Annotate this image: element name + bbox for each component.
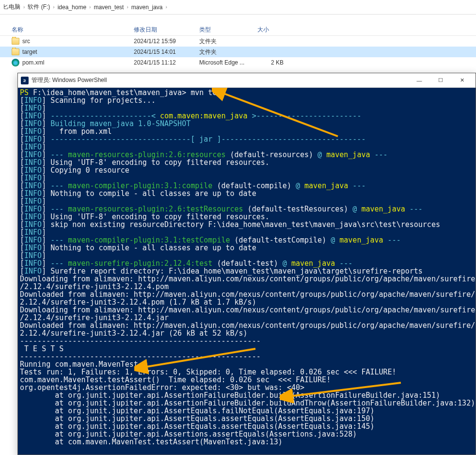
terminal-line: at org.junit.jupiter.api.AssertEquals.as…: [20, 415, 474, 422]
file-type: Microsoft Edge ...: [196, 58, 254, 67]
terminal-line: at org.junit.jupiter.api.AssertionFailur…: [20, 391, 474, 399]
terminal-line: Downloaded from alimaven: http://maven.a…: [20, 322, 474, 329]
col-date[interactable]: 修改日期: [131, 24, 196, 36]
terminal-line: [INFO]: [20, 174, 474, 182]
chevron-right-icon: ›: [22, 4, 26, 10]
terminal-output[interactable]: PS F:\idea_home\maven_test\maven_java> m…: [18, 88, 476, 455]
col-name[interactable]: 名称: [0, 24, 131, 36]
terminal-line: [INFO]: [20, 104, 474, 112]
window-title: 管理员: Windows PowerShell: [32, 76, 107, 84]
terminal-line: [INFO] Building maven_java 1.0-SNAPSHOT: [20, 120, 474, 128]
terminal-line: Tests run: 1, Failures: 1, Errors: 0, Sk…: [20, 368, 474, 376]
breadcrumb-item[interactable]: 匕电脑: [1, 3, 22, 11]
file-row[interactable]: target2024/1/15 14:01文件夹: [0, 47, 476, 57]
terminal-line: 2.12.4/surefire-junit3-2.12.4.jar (26 kB…: [20, 329, 474, 337]
file-date: 2024/1/12 15:59: [131, 37, 196, 46]
window-titlebar[interactable]: ≥ 管理员: Windows PowerShell — ☐ ✕: [18, 73, 476, 88]
terminal-line: [INFO]: [20, 252, 474, 260]
terminal-line: [INFO] Surefire report directory: F:\ide…: [20, 267, 474, 275]
terminal-line: at org.junit.jupiter.api.AssertEquals.as…: [20, 422, 474, 430]
powershell-window: ≥ 管理员: Windows PowerShell — ☐ ✕ PS F:\id…: [17, 73, 476, 455]
terminal-line: [INFO] --- maven-resources-plugin:2.6:re…: [20, 151, 474, 159]
terminal-line: [INFO] --- maven-compiler-plugin:3.1:com…: [20, 182, 474, 190]
file-type: 文件夹: [196, 47, 254, 57]
terminal-line: [INFO] skip non existing resourceDirecto…: [20, 221, 474, 228]
terminal-line: [INFO] Nothing to compile - all classes …: [20, 190, 474, 197]
terminal-line: [INFO] from pom.xml: [20, 128, 474, 135]
file-size: [254, 51, 293, 53]
terminal-line: [INFO]: [20, 197, 474, 205]
terminal-line: [INFO] Scanning for projects...: [20, 97, 474, 104]
col-type[interactable]: 类型: [196, 24, 254, 36]
close-button[interactable]: ✕: [451, 74, 473, 87]
file-row[interactable]: pom.xml2024/1/15 11:12Microsoft Edge ...…: [0, 57, 476, 68]
terminal-line: org.opentest4j.AssertionFailedError: exp…: [20, 384, 474, 391]
breadcrumb-bar: 匕电脑 › 软件 (F:) › idea_home › maven_test ›…: [0, 0, 476, 15]
folder-icon: [12, 38, 19, 45]
file-column-header: 名称 修改日期 类型 大小: [0, 15, 476, 36]
breadcrumb-item[interactable]: idea_home: [56, 4, 88, 11]
terminal-line: [INFO] Using 'UTF-8' encoding to copy fi…: [20, 213, 474, 221]
terminal-line: [INFO] -----------------------< com.mave…: [20, 112, 474, 120]
terminal-line: Downloaded from alimaven: http://maven.a…: [20, 291, 474, 298]
terminal-line: Downloading from alimaven: http://maven.…: [20, 275, 474, 283]
terminal-line: [INFO] Nothing to compile - all classes …: [20, 244, 474, 252]
terminal-line: ----------------------------------------…: [20, 353, 474, 360]
terminal-line: 2.12.4/surefire-junit3-2.12.4.pom (1.7 k…: [20, 298, 474, 306]
file-list: src2024/1/12 15:59文件夹target2024/1/15 14:…: [0, 36, 476, 68]
terminal-line: [INFO] --- maven-resources-plugin:2.6:te…: [20, 205, 474, 213]
edge-icon: [12, 59, 19, 66]
file-name: src: [22, 38, 30, 45]
terminal-line: at org.junit.jupiter.api.AssertionFailur…: [20, 399, 474, 407]
file-size: 2 KB: [254, 58, 293, 67]
terminal-line: [INFO] Using 'UTF-8' encoding to copy fi…: [20, 159, 474, 166]
terminal-line: /2.12.4/surefire-junit3-2.12.4.jar: [20, 314, 474, 322]
terminal-line: /2.12.4/surefire-junit3-2.12.4.pom: [20, 283, 474, 291]
chevron-right-icon: ›: [165, 4, 168, 10]
terminal-line: [INFO] Copying 0 resource: [20, 166, 474, 174]
terminal-line: at org.junit.jupiter.api.Assertions.asse…: [20, 430, 474, 438]
terminal-line: [INFO]: [20, 228, 474, 236]
file-date: 2024/1/15 11:12: [131, 58, 196, 67]
chevron-right-icon: ›: [88, 4, 92, 10]
terminal-line: [INFO] --- maven-surefire-plugin:2.12.4:…: [20, 260, 474, 267]
powershell-icon: ≥: [21, 77, 29, 84]
terminal-line: ----------------------------------------…: [20, 337, 474, 345]
file-name: target: [22, 49, 37, 55]
breadcrumb-item[interactable]: maven_java: [129, 4, 165, 11]
terminal-line: [INFO]: [20, 143, 474, 151]
terminal-line: Downloading from alimaven: http://maven.…: [20, 306, 474, 314]
terminal-line: com.maven.MavenTest.testAssert() Time el…: [20, 376, 474, 384]
terminal-line: [INFO] --- maven-compiler-plugin:3.1:tes…: [20, 236, 474, 244]
breadcrumb-item[interactable]: 软件 (F:): [26, 3, 52, 11]
breadcrumb-item[interactable]: maven_test: [92, 4, 126, 11]
chevron-right-icon: ›: [126, 4, 129, 10]
terminal-line: at com.maven.MavenTest.testAssert(MavenT…: [20, 438, 474, 446]
maximize-button[interactable]: ☐: [430, 74, 451, 87]
terminal-line: T E S T S: [20, 345, 474, 353]
file-size: [254, 40, 293, 42]
folder-icon: [12, 49, 19, 55]
terminal-line: at org.junit.jupiter.api.AssertEquals.fa…: [20, 407, 474, 415]
chevron-right-icon: ›: [52, 4, 55, 10]
file-row[interactable]: src2024/1/12 15:59文件夹: [0, 36, 476, 47]
file-name: pom.xml: [22, 59, 44, 66]
terminal-line: PS F:\idea_home\maven_test\maven_java> m…: [20, 89, 474, 97]
file-type: 文件夹: [196, 36, 254, 47]
col-size[interactable]: 大小: [254, 24, 293, 36]
file-date: 2024/1/15 14:01: [131, 48, 196, 56]
terminal-line: [INFO] --------------------------------[…: [20, 135, 474, 143]
minimize-button[interactable]: —: [409, 74, 430, 87]
terminal-line: Running com.maven.MavenTest: [20, 360, 474, 368]
